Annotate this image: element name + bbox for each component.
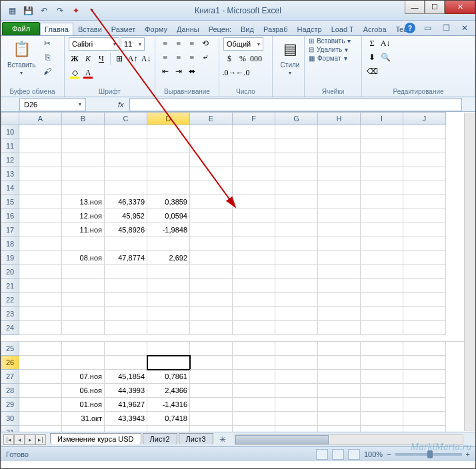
cell[interactable]	[318, 370, 361, 384]
zoom-level[interactable]: 100%	[364, 450, 383, 458]
sheet-nav-prev-icon[interactable]: ◂	[14, 434, 25, 445]
cell[interactable]	[403, 237, 446, 251]
row-header[interactable]: 15	[1, 195, 19, 209]
cell[interactable]	[62, 426, 105, 432]
zoom-out-icon[interactable]: −	[387, 450, 391, 458]
cell[interactable]	[105, 153, 147, 167]
cell[interactable]	[275, 223, 318, 237]
row-header[interactable]: 10	[1, 125, 19, 139]
cell[interactable]	[233, 293, 275, 307]
cell[interactable]	[190, 293, 233, 307]
row-header[interactable]: 14	[1, 181, 19, 195]
cell[interactable]	[361, 237, 403, 251]
cell[interactable]	[62, 279, 105, 293]
cell[interactable]	[361, 251, 403, 265]
cell[interactable]: -1,9848	[147, 223, 190, 237]
find-icon[interactable]: 🔍	[379, 51, 391, 63]
cell[interactable]	[318, 223, 361, 237]
paste-button[interactable]: 📋 Вставить ▾	[5, 37, 38, 77]
column-header[interactable]: F	[233, 112, 275, 125]
column-header[interactable]: C	[105, 112, 147, 125]
fill-icon[interactable]: ⬇	[366, 51, 378, 63]
ribbon-tab[interactable]: Встави	[73, 23, 107, 35]
cell[interactable]	[403, 167, 446, 181]
column-header[interactable]: J	[403, 112, 446, 125]
row-header[interactable]: 25	[1, 342, 19, 356]
cell[interactable]: -1,4316	[147, 398, 190, 412]
cell[interactable]	[190, 307, 233, 321]
cell[interactable]	[147, 125, 190, 139]
font-size-combo[interactable]: 11▾	[121, 37, 145, 51]
cell[interactable]	[147, 279, 190, 293]
increase-decimal-icon[interactable]: .0→	[223, 67, 235, 79]
cell[interactable]	[318, 265, 361, 279]
cell[interactable]	[275, 125, 318, 139]
cell[interactable]	[190, 412, 233, 426]
undo-icon[interactable]: ↶	[38, 5, 50, 17]
minimize-button[interactable]: —	[405, 1, 425, 14]
cell[interactable]	[275, 237, 318, 251]
cell[interactable]	[275, 356, 318, 370]
cell[interactable]	[19, 195, 62, 209]
cell[interactable]	[147, 167, 190, 181]
cell[interactable]	[190, 209, 233, 223]
row-header[interactable]: 17	[1, 223, 19, 237]
cell[interactable]	[275, 370, 318, 384]
new-sheet-icon[interactable]: ✳	[216, 434, 229, 446]
cell[interactable]	[190, 398, 233, 412]
cell[interactable]	[62, 356, 105, 370]
cell[interactable]: 11.ноя	[62, 223, 105, 237]
cell[interactable]	[19, 167, 62, 181]
row-header[interactable]: 16	[1, 209, 19, 223]
wrap-text-icon[interactable]: ⤶	[199, 51, 211, 63]
cell[interactable]: 41,9627	[105, 398, 147, 412]
cell[interactable]	[361, 153, 403, 167]
cell[interactable]: 07.ноя	[62, 370, 105, 384]
zoom-in-icon[interactable]: +	[466, 450, 470, 458]
delete-cells-button[interactable]: ⊟Удалить ▾	[309, 46, 348, 53]
decrease-decimal-icon[interactable]: ←.0	[237, 67, 249, 79]
sheet-tab[interactable]: Лист3	[179, 433, 213, 444]
cell[interactable]: 12.ноя	[62, 209, 105, 223]
row-header[interactable]: 24	[1, 321, 19, 335]
align-top-icon[interactable]: ≡	[159, 37, 171, 49]
format-painter-icon[interactable]: 🖌	[41, 65, 54, 77]
cell[interactable]	[19, 412, 62, 426]
cell[interactable]	[147, 307, 190, 321]
row-header[interactable]: 11	[1, 139, 19, 153]
cell[interactable]	[318, 251, 361, 265]
page-layout-view-icon[interactable]	[332, 449, 344, 460]
cell[interactable]	[318, 167, 361, 181]
sheet-nav-next-icon[interactable]: ▸	[25, 434, 35, 445]
ribbon-tab[interactable]: Форму	[140, 23, 172, 35]
cell[interactable]	[147, 237, 190, 251]
cell[interactable]	[190, 181, 233, 195]
column-header[interactable]: E	[190, 112, 233, 125]
cell[interactable]	[403, 412, 446, 426]
cell[interactable]	[233, 139, 275, 153]
cell[interactable]	[233, 223, 275, 237]
cell[interactable]	[318, 412, 361, 426]
cell[interactable]	[233, 342, 275, 356]
maximize-button[interactable]: ☐	[425, 1, 445, 14]
cell[interactable]	[318, 293, 361, 307]
cell[interactable]	[105, 293, 147, 307]
cell[interactable]	[361, 223, 403, 237]
cell[interactable]	[318, 139, 361, 153]
cell[interactable]	[318, 195, 361, 209]
cell[interactable]	[233, 412, 275, 426]
cell[interactable]	[403, 279, 446, 293]
merge-button[interactable]: ⬌	[186, 65, 198, 77]
cell[interactable]	[361, 181, 403, 195]
cell[interactable]	[318, 209, 361, 223]
cell[interactable]	[233, 251, 275, 265]
cell[interactable]	[62, 307, 105, 321]
cell[interactable]	[19, 307, 62, 321]
cell[interactable]	[233, 153, 275, 167]
insert-cells-button[interactable]: ⊞Вставить ▾	[309, 37, 351, 45]
cell[interactable]	[105, 426, 147, 432]
cell[interactable]: 44,3993	[105, 384, 147, 398]
cell[interactable]	[361, 412, 403, 426]
cell[interactable]: 0,7861	[147, 370, 190, 384]
cell[interactable]	[361, 279, 403, 293]
